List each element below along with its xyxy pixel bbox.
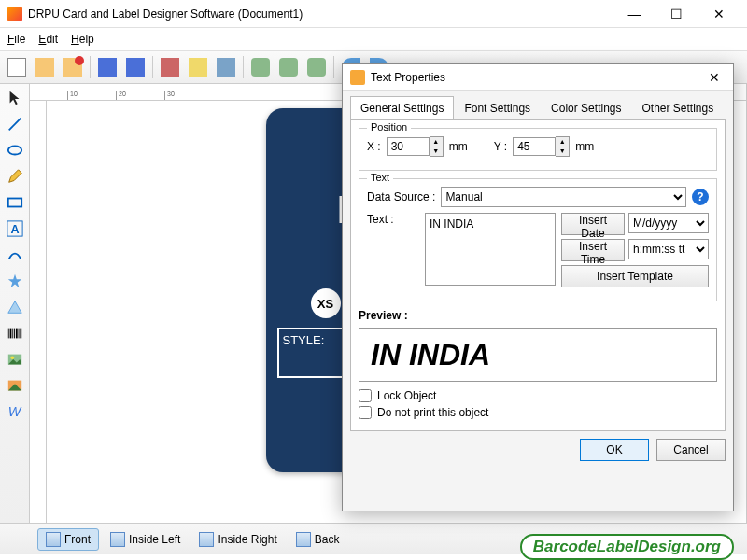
preview-box: IN INDIA [359,328,717,382]
x-input[interactable] [387,137,430,156]
dialog-body: Position X : ▲▼ mm Y : ▲▼ mm Text D [350,119,726,431]
tool-close-doc[interactable] [60,54,86,80]
library-tool-icon[interactable] [5,375,25,396]
wordart-tool-icon[interactable]: W [5,401,25,422]
dialog-footer: OK Cancel [343,439,733,469]
rectangle-tool-icon[interactable] [5,192,25,213]
help-icon[interactable]: ? [692,189,709,205]
cancel-button[interactable]: Cancel [656,439,726,461]
titlebar: DRPU Card and Label Designer Software (D… [0,0,747,28]
x-unit: mm [449,140,468,153]
svg-rect-9 [15,329,17,339]
tool-save[interactable] [94,54,120,80]
dialog-titlebar[interactable]: Text Properties ✕ [343,64,733,91]
svg-rect-8 [14,329,15,339]
tool-db3[interactable] [303,54,330,80]
menu-file[interactable]: File [7,33,25,46]
menu-help[interactable]: Help [71,33,94,46]
menu-edit[interactable]: Edit [38,33,58,46]
insert-time-button[interactable]: Insert Time [561,239,625,261]
arc-tool-icon[interactable] [5,245,25,265]
close-button[interactable]: ✕ [698,0,740,28]
lock-object-checkbox[interactable] [359,389,372,402]
time-format-select[interactable]: h:mm:ss tt [628,239,709,259]
ok-button[interactable]: OK [580,439,649,461]
text-tool-icon[interactable]: A [5,218,25,239]
insert-template-button[interactable]: Insert Template [561,265,709,287]
tool-open[interactable] [32,54,58,80]
svg-point-13 [10,356,14,359]
position-label: Position [367,121,411,133]
tab-back[interactable]: Back [289,529,347,550]
do-not-print-label: Do not print this object [377,406,488,419]
tab-inside-right[interactable]: Inside Right [191,529,284,550]
datasource-label: Data Source : [367,190,435,203]
svg-rect-10 [18,329,19,339]
datasource-select[interactable]: Manual [441,187,686,207]
left-tools: A W [0,84,30,523]
window-title: DRPU Card and Label Designer Software (D… [28,7,613,21]
svg-rect-5 [7,329,8,339]
y-unit: mm [575,140,594,153]
svg-point-1 [7,147,21,155]
x-label: X : [367,140,381,153]
insert-date-button[interactable]: Insert Date [561,213,625,235]
menubar: File Edit Help [0,28,747,50]
line-tool-icon[interactable] [5,114,25,134]
tab-inside-left[interactable]: Inside Left [103,529,188,550]
x-down[interactable]: ▼ [430,147,443,156]
ruler-vertical [30,101,47,523]
maximize-button[interactable]: ☐ [655,0,698,28]
svg-text:W: W [7,404,21,419]
svg-rect-2 [7,199,21,207]
dialog-tabs: General Settings Font Settings Color Set… [343,91,733,119]
text-input[interactable]: IN INDIA [425,213,556,286]
x-up[interactable]: ▲ [430,137,443,147]
text-group-label: Text [367,172,393,183]
text-properties-dialog: Text Properties ✕ General Settings Font … [342,63,734,511]
tool-cut[interactable] [157,54,183,80]
ellipse-tool-icon[interactable] [5,140,25,161]
tab-front[interactable]: Front [37,528,99,551]
triangle-tool-icon[interactable] [5,297,25,317]
pencil-tool-icon[interactable] [5,166,25,187]
tool-edit[interactable] [185,54,211,80]
barcode-tool-icon[interactable] [5,323,25,343]
preview-label: Preview : [359,309,717,322]
pointer-tool-icon[interactable] [5,88,25,108]
tool-save-as[interactable] [122,54,148,80]
text-group: Text Data Source : Manual ? Text : IN IN… [359,178,717,301]
tab-other-settings[interactable]: Other Settings [631,96,724,119]
y-down[interactable]: ▼ [556,147,569,156]
dialog-icon [350,70,365,85]
svg-line-0 [8,119,21,131]
y-label: Y : [494,140,507,153]
image-tool-icon[interactable] [5,349,25,370]
position-group: Position X : ▲▼ mm Y : ▲▼ mm [359,128,717,171]
size-xs[interactable]: XS [311,288,341,318]
y-up[interactable]: ▲ [556,137,569,147]
page-icon [199,532,214,547]
tool-db1[interactable] [247,54,274,80]
tool-new[interactable] [4,54,30,80]
tab-color-settings[interactable]: Color Settings [541,96,631,119]
dialog-close-icon[interactable]: ✕ [703,68,726,87]
tool-db2[interactable] [275,54,302,80]
date-format-select[interactable]: M/d/yyyy [628,213,709,233]
minimize-button[interactable]: — [613,0,655,28]
svg-rect-6 [9,329,11,339]
y-input[interactable] [513,137,556,156]
app-icon [7,7,22,21]
star-tool-icon[interactable] [5,271,25,291]
page-icon [296,532,311,547]
svg-rect-11 [20,329,21,339]
tab-font-settings[interactable]: Font Settings [454,96,541,119]
text-label: Text : [367,213,419,226]
dialog-title: Text Properties [371,71,703,84]
svg-rect-7 [12,329,13,339]
tool-print[interactable] [213,54,239,80]
page-icon [110,532,125,547]
svg-text:A: A [10,223,19,236]
do-not-print-checkbox[interactable] [359,406,372,419]
tab-general-settings[interactable]: General Settings [350,96,454,119]
